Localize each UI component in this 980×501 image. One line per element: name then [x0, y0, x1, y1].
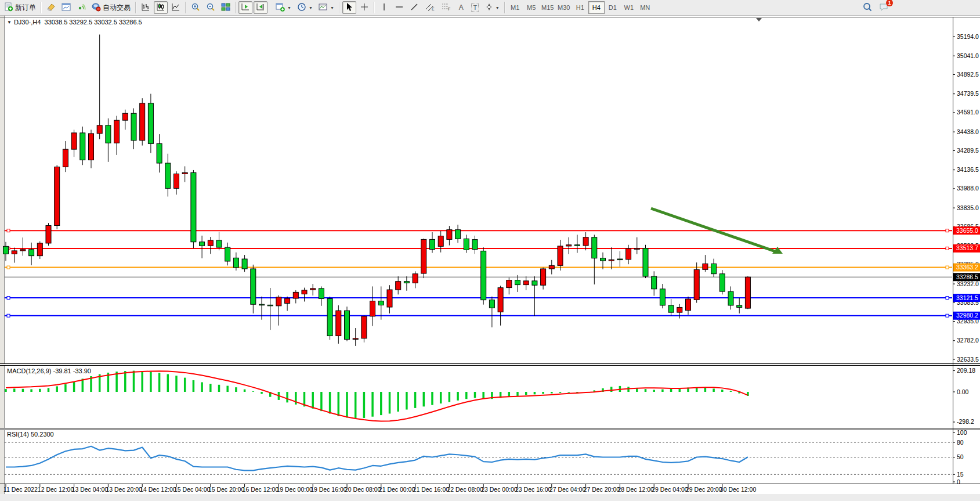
- candle-up: [140, 103, 145, 140]
- vertical-line-button[interactable]: [377, 1, 391, 14]
- periods-button[interactable]: ▼: [295, 1, 315, 14]
- candle-up: [63, 149, 68, 167]
- search-button[interactable]: [860, 1, 875, 14]
- zoom-in-button[interactable]: [189, 1, 202, 14]
- toolbar-separator: [41, 2, 42, 13]
- toolbar-separator: [504, 2, 505, 13]
- bar-chart-button[interactable]: [139, 1, 153, 14]
- line-chart-button[interactable]: [169, 1, 183, 14]
- price-level-label: 33363.2: [956, 264, 978, 271]
- chevron-down-icon: ▼: [287, 6, 291, 10]
- macd-values: -39.81 -33.90: [53, 367, 91, 374]
- candle-down: [660, 289, 665, 305]
- zoom-out-button[interactable]: [204, 1, 218, 14]
- toolbar-separator: [185, 2, 186, 13]
- candle-up: [541, 269, 546, 285]
- price-axis-label: 33835.0: [957, 204, 979, 211]
- candle-up: [12, 251, 17, 254]
- timeframe-button-M5[interactable]: M5: [523, 1, 540, 14]
- chart-window-icon: [62, 2, 71, 13]
- candle-down: [345, 311, 350, 340]
- price-axis-label: 33988.0: [957, 185, 979, 192]
- horizontal-line-icon: [395, 2, 404, 13]
- auto-scroll-button[interactable]: [238, 1, 252, 14]
- zoom-out-icon: [206, 2, 215, 13]
- macd-axis-label: 0.00: [957, 388, 969, 395]
- chevron-down-icon: ▼: [330, 6, 334, 10]
- arrows-button[interactable]: ▼: [483, 1, 502, 14]
- new-order-button[interactable]: 新订单: [2, 1, 38, 14]
- timeframe-button-MN[interactable]: MN: [637, 1, 653, 14]
- candle-up: [609, 259, 614, 261]
- templates-button[interactable]: ▼: [316, 1, 337, 14]
- notifications-button[interactable]: 1: [876, 1, 891, 14]
- text-label-button[interactable]: T: [469, 1, 482, 14]
- chart-shift-button[interactable]: [254, 1, 267, 14]
- svg-text:E: E: [432, 7, 435, 11]
- candle-up: [626, 248, 631, 259]
- candle-up: [549, 265, 554, 269]
- candle-down: [455, 230, 461, 239]
- candle-up: [122, 113, 128, 120]
- candle-down: [728, 291, 733, 305]
- candle-down: [711, 264, 717, 273]
- text-button[interactable]: A: [455, 1, 468, 14]
- trendline-icon: [410, 2, 419, 13]
- candle-up: [174, 174, 179, 188]
- crosshair-button[interactable]: [357, 1, 371, 14]
- eraser-button[interactable]: [44, 1, 58, 14]
- chevron-down-icon: ▼: [309, 6, 313, 10]
- window-bottom-strip: [0, 494, 980, 501]
- candle-down: [472, 240, 478, 250]
- line-handle[interactable]: [946, 229, 949, 232]
- candle-down: [191, 172, 196, 242]
- timeframe-button-H1[interactable]: H1: [572, 1, 588, 14]
- timeframe-button-M15[interactable]: M15: [540, 1, 556, 14]
- rsi-axis-label: 0: [957, 478, 960, 485]
- candle-up: [55, 167, 60, 226]
- candle-up: [507, 280, 512, 288]
- line-handle[interactable]: [946, 247, 949, 250]
- line-handle[interactable]: [7, 229, 10, 232]
- toolbar-separator: [374, 2, 375, 13]
- candle-up: [302, 290, 307, 294]
- timeframe-button-W1[interactable]: W1: [621, 1, 637, 14]
- equidistant-channel-button[interactable]: E: [422, 1, 437, 14]
- time-axis-label: 27 Dec 20:00: [584, 486, 620, 493]
- candle-up: [361, 316, 367, 338]
- chart-canvas[interactable]: 35194.035041.034892.534739.534591.034438…: [0, 16, 980, 501]
- tile-windows-button[interactable]: [219, 1, 233, 14]
- chart-window-button[interactable]: [59, 1, 73, 14]
- timeframe-button-M1[interactable]: M1: [507, 1, 523, 14]
- line-handle[interactable]: [7, 314, 10, 317]
- line-handle[interactable]: [946, 297, 949, 300]
- timeframe-button-D1[interactable]: D1: [605, 1, 621, 14]
- line-handle[interactable]: [7, 297, 10, 300]
- collapse-triangle-icon[interactable]: ▼: [7, 20, 12, 25]
- timeframe-button-H4[interactable]: H4: [588, 1, 605, 14]
- price-axis-label: 35041.0: [957, 52, 979, 59]
- time-axis-label: 11 Dec 2022: [3, 486, 38, 493]
- candle-down: [242, 259, 247, 269]
- candle-up: [558, 246, 563, 265]
- fibonacci-button[interactable]: F: [439, 1, 454, 14]
- line-handle[interactable]: [946, 266, 949, 269]
- candlestick-chart-button[interactable]: [154, 1, 168, 14]
- timeframe-button-M30[interactable]: M30: [556, 1, 572, 14]
- new-chart-button[interactable]: ▼: [273, 1, 294, 14]
- candle-up: [413, 274, 418, 283]
- notification-badge: 1: [886, 0, 893, 6]
- time-axis-label: 12 Dec 12:00: [38, 486, 74, 493]
- candle-down: [200, 242, 205, 246]
- candle-up: [182, 172, 187, 174]
- signal-button[interactable]: [74, 1, 88, 14]
- line-handle[interactable]: [7, 266, 10, 269]
- line-handle[interactable]: [946, 314, 949, 317]
- horizontal-line-button[interactable]: [392, 1, 406, 14]
- trendline-button[interactable]: [407, 1, 421, 14]
- auto-trading-button[interactable]: 自动交易: [89, 1, 133, 14]
- candle-down: [80, 133, 85, 160]
- tile-windows-icon: [221, 2, 230, 13]
- cursor-button[interactable]: [342, 1, 356, 14]
- chart-title: ▼DJ30-,H4 33038.5 33292.5 33032.5 33286.…: [7, 19, 142, 26]
